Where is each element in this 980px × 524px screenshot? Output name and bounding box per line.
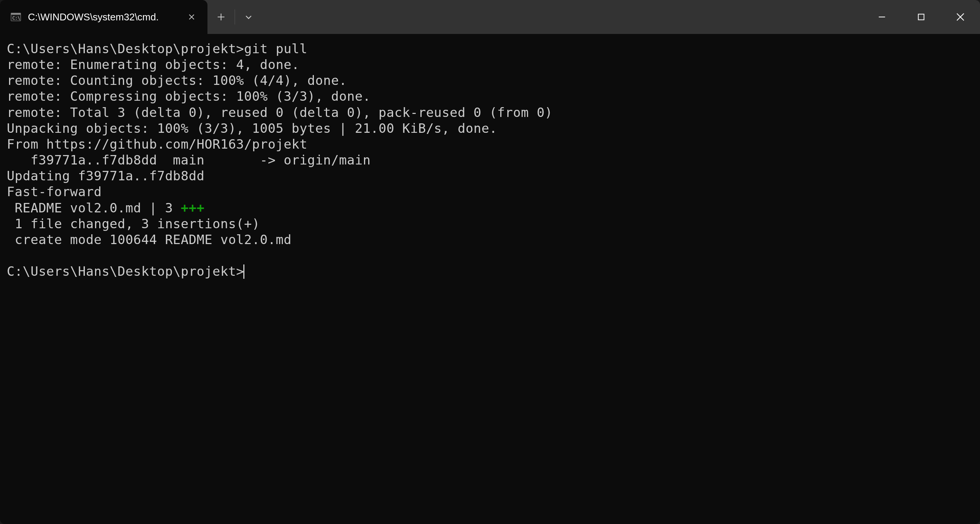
terminal-line: Updating f39771a..f7db8dd [7, 168, 973, 184]
svg-rect-1 [11, 13, 21, 15]
terminal-line: From https://github.com/HOR163/projekt [7, 136, 973, 152]
tab-dropdown-button[interactable] [235, 0, 262, 34]
terminal-line: C:\Users\Hans\Desktop\projekt> [7, 263, 973, 279]
terminal-line: remote: Compressing objects: 100% (3/3),… [7, 88, 973, 104]
terminal-line: f39771a..f7db8dd main -> origin/main [7, 152, 973, 168]
terminal-line: Fast-forward [7, 184, 973, 199]
terminal-output[interactable]: C:\Users\Hans\Desktop\projekt>git pullre… [0, 34, 980, 524]
cursor [243, 264, 245, 279]
tab-title: C:\WINDOWS\system32\cmd. [28, 11, 178, 23]
terminal-line [7, 247, 973, 263]
terminal-window: C:\ C:\WINDOWS\system32\cmd. [0, 0, 980, 524]
close-window-button[interactable] [941, 0, 980, 34]
svg-text:C:\: C:\ [13, 16, 21, 21]
titlebar: C:\ C:\WINDOWS\system32\cmd. [0, 0, 980, 34]
window-controls [862, 0, 980, 34]
active-tab[interactable]: C:\ C:\WINDOWS\system32\cmd. [0, 0, 207, 34]
new-tab-button[interactable] [207, 0, 235, 34]
terminal-line: Unpacking objects: 100% (3/3), 1005 byte… [7, 120, 973, 136]
terminal-line: remote: Enumerating objects: 4, done. [7, 57, 973, 72]
terminal-line: 1 file changed, 3 insertions(+) [7, 216, 973, 232]
terminal-line: README vol2.0.md | 3 +++ [7, 200, 973, 216]
terminal-line: C:\Users\Hans\Desktop\projekt>git pull [7, 41, 973, 57]
cmd-icon: C:\ [11, 12, 21, 22]
svg-rect-3 [918, 14, 924, 20]
maximize-button[interactable] [902, 0, 941, 34]
tab-actions [207, 0, 262, 34]
tab-close-button[interactable] [185, 10, 199, 24]
terminal-line: create mode 100644 README vol2.0.md [7, 232, 973, 247]
minimize-button[interactable] [862, 0, 902, 34]
terminal-line: remote: Total 3 (delta 0), reused 0 (del… [7, 105, 973, 120]
terminal-line: remote: Counting objects: 100% (4/4), do… [7, 72, 973, 88]
